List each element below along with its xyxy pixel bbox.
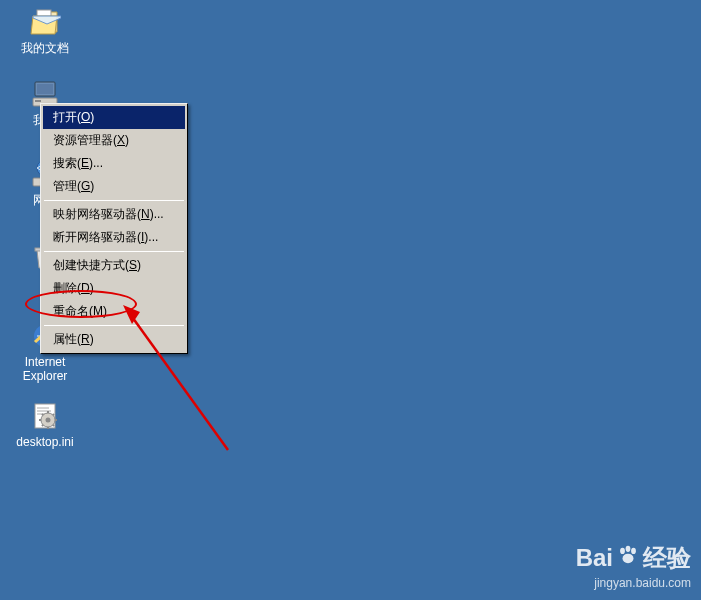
menu-item-map-drive[interactable]: 映射网络驱动器(N)... (43, 203, 185, 226)
mydocs-icon (29, 6, 61, 38)
context-menu: 打开(O) 资源管理器(X) 搜索(E)... 管理(G) 映射网络驱动器(N)… (40, 103, 188, 354)
desktop-icon-mydocs[interactable]: 我的文档 (10, 6, 80, 55)
ie-label: Internet Explorer (23, 355, 68, 383)
menu-separator (44, 325, 184, 326)
mydocs-label: 我的文档 (21, 41, 69, 55)
svg-point-16 (620, 548, 625, 554)
desktop-icon-desktopini[interactable]: desktop.ini (10, 400, 80, 449)
menu-item-properties[interactable]: 属性(R) (43, 328, 185, 351)
watermark-brand2: 经验 (643, 542, 691, 574)
watermark-brand: Bai (576, 544, 613, 572)
desktopini-label: desktop.ini (16, 435, 73, 449)
menu-separator (44, 200, 184, 201)
menu-item-disconnect-drive[interactable]: 断开网络驱动器(I)... (43, 226, 185, 249)
menu-item-search[interactable]: 搜索(E)... (43, 152, 185, 175)
watermark-url: jingyan.baidu.com (576, 576, 691, 590)
menu-item-manage[interactable]: 管理(G) (43, 175, 185, 198)
svg-point-13 (46, 418, 51, 423)
menu-item-rename[interactable]: 重命名(M) (43, 300, 185, 323)
paw-icon (617, 544, 639, 572)
menu-item-delete[interactable]: 删除(D) (43, 277, 185, 300)
svg-rect-2 (37, 84, 53, 94)
menu-item-explorer[interactable]: 资源管理器(X) (43, 129, 185, 152)
svg-point-17 (626, 546, 631, 552)
ini-icon (29, 400, 61, 432)
menu-separator (44, 251, 184, 252)
svg-rect-4 (35, 100, 41, 102)
svg-point-18 (631, 548, 636, 554)
watermark-logo: Bai 经验 (576, 542, 691, 574)
menu-item-shortcut[interactable]: 创建快捷方式(S) (43, 254, 185, 277)
svg-point-19 (623, 554, 634, 564)
watermark: Bai 经验 jingyan.baidu.com (576, 542, 691, 590)
menu-item-open[interactable]: 打开(O) (43, 106, 185, 129)
